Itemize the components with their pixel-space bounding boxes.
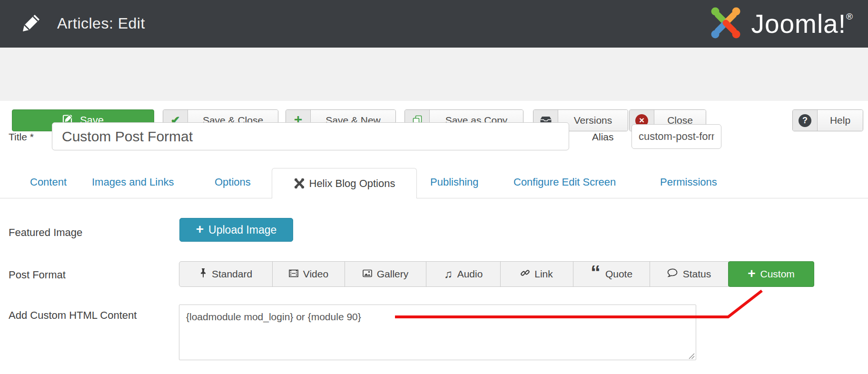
post-format-link[interactable]: Link <box>500 261 573 287</box>
post-format-label: Post Format <box>9 269 66 281</box>
film-icon <box>289 268 298 280</box>
tab-helix-label: Helix Blog Options <box>309 177 395 190</box>
pushpin-icon <box>199 268 207 281</box>
question-icon: ? <box>793 110 818 131</box>
music-note-icon: ♫ <box>444 268 453 280</box>
post-format-quote[interactable]: “ Quote <box>573 261 650 287</box>
alias-input[interactable] <box>631 124 721 149</box>
page-title: Articles: Edit <box>57 15 145 32</box>
alias-label: Alias <box>592 131 614 143</box>
tab-images-and-links[interactable]: Images and Links <box>92 176 174 188</box>
tabs-divider <box>0 198 868 198</box>
textarea-resize-handle[interactable] <box>688 353 695 361</box>
post-format-audio[interactable]: ♫ Audio <box>426 261 501 287</box>
tab-permissions[interactable]: Permissions <box>660 176 717 188</box>
post-format-group: Standard Video Gallery <box>179 261 814 287</box>
header-bar: Articles: Edit Joomla!® <box>0 0 868 48</box>
speech-bubble-icon <box>667 268 678 280</box>
upload-image-button[interactable]: + Upload Image <box>179 218 293 242</box>
toolbar: Save ✔ Save & Close + Save & New Save as… <box>0 48 868 101</box>
articles-edit-page: Articles: Edit Joomla!® <box>0 0 868 374</box>
plus-icon: + <box>196 223 204 236</box>
quote-icon: “ <box>591 273 601 280</box>
tab-publishing[interactable]: Publishing <box>430 176 479 188</box>
tab-content[interactable]: Content <box>30 176 67 188</box>
post-format-gallery[interactable]: Gallery <box>345 261 426 287</box>
tab-helix-blog-options[interactable]: Helix Blog Options <box>272 168 417 198</box>
tab-configure-edit-screen[interactable]: Configure Edit Screen <box>513 176 616 188</box>
registered-mark: ® <box>846 11 853 21</box>
title-label: Title * <box>9 131 34 143</box>
title-input[interactable] <box>52 122 569 150</box>
post-format-standard[interactable]: Standard <box>179 261 273 287</box>
tab-options[interactable]: Options <box>215 176 251 188</box>
custom-html-label: Add Custom HTML Content <box>9 309 137 322</box>
custom-html-textarea[interactable]: {loadmodule mod_login} or {module 90} <box>179 305 696 360</box>
post-format-status[interactable]: Status <box>650 261 729 287</box>
help-button[interactable]: ? Help <box>792 109 863 131</box>
plus-icon: + <box>748 267 755 280</box>
joomla-logo-text: Joomla! <box>751 9 846 39</box>
image-icon <box>363 268 372 280</box>
help-label: Help <box>818 110 863 131</box>
pencil-icon <box>21 13 41 35</box>
joomla-knot-icon <box>294 177 305 189</box>
upload-image-label: Upload Image <box>208 224 276 236</box>
link-icon <box>521 268 530 280</box>
post-format-custom[interactable]: + Custom <box>728 261 814 287</box>
post-format-video[interactable]: Video <box>272 261 345 287</box>
featured-image-label: Featured Image <box>9 226 82 239</box>
joomla-knot-icon <box>708 4 743 43</box>
joomla-logo: Joomla!® <box>708 5 853 43</box>
